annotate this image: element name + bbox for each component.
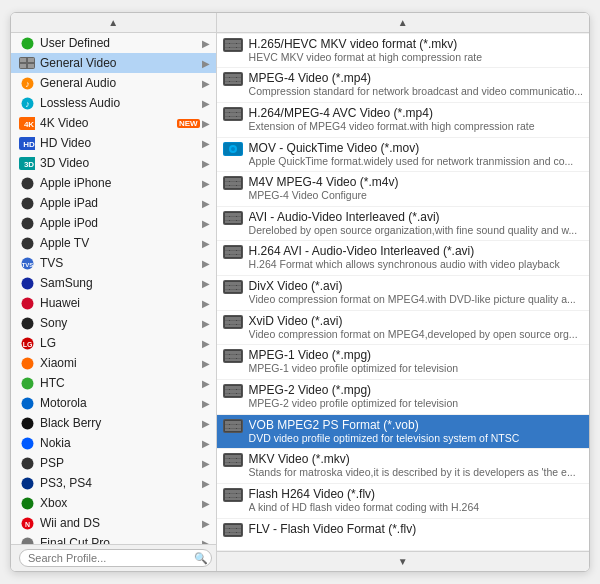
right-list[interactable]: H.265/HEVC MP4 video format (*.mp4)HEVC … xyxy=(217,33,589,551)
svg-point-33 xyxy=(21,477,33,489)
svg-rect-148 xyxy=(225,459,241,462)
right-item-title: FLV - Flash Video Format (*.flv) xyxy=(249,522,583,536)
right-item-text: MPEG-2 Video (*.mpg)MPEG-2 video profile… xyxy=(249,383,583,411)
arrow-icon: ▶ xyxy=(202,298,210,309)
right-item-h264-avc[interactable]: H.264/MPEG-4 AVC Video (*.mp4)Extension … xyxy=(217,103,589,138)
search-input[interactable] xyxy=(19,549,212,567)
left-scroll-up[interactable]: ▲ xyxy=(11,13,216,33)
arrow-icon: ▶ xyxy=(202,158,210,169)
left-item-hd-video[interactable]: HDHD Video▶ xyxy=(11,133,216,153)
chevron-up-right-icon: ▲ xyxy=(398,17,408,28)
right-item-mov-qt[interactable]: MOV - QuickTime Video (*.mov)Apple Quick… xyxy=(217,138,589,173)
svg-rect-85 xyxy=(225,186,241,188)
left-item-xbox[interactable]: Xbox▶ xyxy=(11,493,216,513)
left-item-apple-iphone[interactable]: Apple iPhone▶ xyxy=(11,173,216,193)
arrow-icon: ▶ xyxy=(202,438,210,449)
svg-text:3D: 3D xyxy=(24,160,34,169)
right-item-xvid-avi[interactable]: XviD Video (*.avi)Video compression form… xyxy=(217,311,589,346)
left-item-apple-ipad[interactable]: Apple iPad▶ xyxy=(11,193,216,213)
right-item-text: XviD Video (*.avi)Video compression form… xyxy=(249,314,583,342)
left-item-wii-ds[interactable]: NWii and DS▶ xyxy=(11,513,216,533)
item-icon-apple-ipad xyxy=(19,196,35,210)
left-item-htc[interactable]: HTC▶ xyxy=(11,373,216,393)
left-item-apple-ipod[interactable]: Apple iPod▶ xyxy=(11,213,216,233)
left-item-final-cut-pro[interactable]: Final Cut Pro▶ xyxy=(11,533,216,544)
left-item-3d-video[interactable]: 3D3D Video▶ xyxy=(11,153,216,173)
arrow-icon: ▶ xyxy=(202,478,210,489)
arrow-icon: ▶ xyxy=(202,138,210,149)
arrow-icon: ▶ xyxy=(202,218,210,229)
svg-rect-72 xyxy=(225,113,241,116)
right-item-h265-mkv[interactable]: H.265/HEVC MKV video format (*.mkv)HEVC … xyxy=(217,34,589,69)
right-item-mpeg4-mp4[interactable]: MPEG-4 Video (*.mp4)Compression standard… xyxy=(217,68,589,103)
svg-text:♪: ♪ xyxy=(25,99,30,109)
item-icon-lg: LG xyxy=(19,336,35,350)
left-item-general-audio[interactable]: ♪General Audio▶ xyxy=(11,73,216,93)
left-item-tvs[interactable]: TVSTVS▶ xyxy=(11,253,216,273)
item-icon-user-defined xyxy=(19,36,35,50)
item-icon-nokia xyxy=(19,436,35,450)
left-item-motorola[interactable]: Motorola▶ xyxy=(11,393,216,413)
profile-selector: ▲ User Defined▶General Video▶♪General Au… xyxy=(10,12,590,572)
svg-rect-2 xyxy=(20,58,26,62)
right-item-desc: HEVC MKV video format at high compressio… xyxy=(249,51,583,65)
search-icon: 🔍 xyxy=(194,552,208,565)
right-item-h264-avi[interactable]: H.264 AVI - Audio-Video Interleaved (*.a… xyxy=(217,241,589,276)
svg-rect-63 xyxy=(225,74,241,77)
svg-rect-91 xyxy=(225,213,241,216)
left-item-general-video[interactable]: General Video▶ xyxy=(11,53,216,73)
svg-point-18 xyxy=(21,217,33,229)
item-label-wii-ds: Wii and DS xyxy=(40,516,200,530)
right-item-desc: Video compression format on MPEG4.with D… xyxy=(249,293,583,307)
left-item-nokia[interactable]: Nokia▶ xyxy=(11,433,216,453)
item-label-xbox: Xbox xyxy=(40,496,200,510)
item-label-apple-iphone: Apple iPhone xyxy=(40,176,200,190)
left-item-psp[interactable]: PSP▶ xyxy=(11,453,216,473)
right-item-title: VOB MPEG2 PS Format (*.vob) xyxy=(249,418,583,432)
svg-rect-164 xyxy=(225,529,241,532)
left-item-blackberry[interactable]: Black Berry▶ xyxy=(11,413,216,433)
item-icon-xiaomi xyxy=(19,356,35,370)
right-item-desc: MPEG-1 video profile optimized for telev… xyxy=(249,362,583,376)
left-item-lossless-audio[interactable]: ♪Lossless Audio▶ xyxy=(11,93,216,113)
item-icon-tvs: TVS xyxy=(19,256,35,270)
left-item-samsung[interactable]: SamSung▶ xyxy=(11,273,216,293)
svg-rect-93 xyxy=(225,221,241,223)
right-item-vob-mpeg2[interactable]: VOB MPEG2 PS Format (*.vob)DVD video pro… xyxy=(217,415,589,450)
right-item-title: M4V MPEG-4 Video (*.m4v) xyxy=(249,175,583,189)
item-icon-apple-ipod xyxy=(19,216,35,230)
right-item-title: H.265/HEVC MKV video format (*.mkv) xyxy=(249,37,583,51)
right-item-mpeg1-mpg[interactable]: MPEG-1 Video (*.mpg)MPEG-1 video profile… xyxy=(217,345,589,380)
right-scroll-down[interactable]: ▼ xyxy=(217,551,589,571)
left-list[interactable]: User Defined▶General Video▶♪General Audi… xyxy=(11,33,216,544)
right-item-flv-flash[interactable]: FLV - Flash Video Format (*.flv) xyxy=(217,519,589,551)
right-item-icon xyxy=(223,38,243,58)
right-item-divx-avi[interactable]: DivX Video (*.avi)Video compression form… xyxy=(217,276,589,311)
left-item-xiaomi[interactable]: Xiaomi▶ xyxy=(11,353,216,373)
svg-text:4K: 4K xyxy=(24,120,34,129)
left-item-sony[interactable]: Sony▶ xyxy=(11,313,216,333)
item-icon-lossless-audio: ♪ xyxy=(19,96,35,110)
left-item-user-defined[interactable]: User Defined▶ xyxy=(11,33,216,53)
item-label-apple-ipad: Apple iPad xyxy=(40,196,200,210)
right-scroll-up[interactable]: ▲ xyxy=(217,13,589,33)
left-item-apple-tv[interactable]: Apple TV▶ xyxy=(11,233,216,253)
left-item-4k-video[interactable]: 4K4K VideoNEW▶ xyxy=(11,113,216,133)
right-item-title: DivX Video (*.avi) xyxy=(249,279,583,293)
left-item-lg[interactable]: LGLG▶ xyxy=(11,333,216,353)
right-item-mpeg2-mpg[interactable]: MPEG-2 Video (*.mpg)MPEG-2 video profile… xyxy=(217,380,589,415)
arrow-icon: ▶ xyxy=(202,458,210,469)
arrow-icon: ▶ xyxy=(202,118,210,129)
right-item-flash-h264[interactable]: Flash H264 Video (*.flv)A kind of HD fla… xyxy=(217,484,589,519)
left-item-ps3-ps4[interactable]: PS3, PS4▶ xyxy=(11,473,216,493)
left-item-huawei[interactable]: Huawei▶ xyxy=(11,293,216,313)
right-item-mkv-matroska[interactable]: MKV Video (*.mkv)Stands for matroska vid… xyxy=(217,449,589,484)
right-panel: ▲ H.265/HEVC MP4 video format (*.mp4)HEV… xyxy=(217,13,589,571)
right-item-text: MPEG-1 Video (*.mpg)MPEG-1 video profile… xyxy=(249,348,583,376)
right-item-desc: Compression standard for network broadca… xyxy=(249,85,583,99)
item-icon-3d-video: 3D xyxy=(19,156,35,170)
right-item-avi-interleaved[interactable]: AVI - Audio-Video Interleaved (*.avi)Der… xyxy=(217,207,589,242)
item-label-ps3-ps4: PS3, PS4 xyxy=(40,476,200,490)
right-item-icon xyxy=(223,211,243,231)
right-item-m4v-mpeg4[interactable]: M4V MPEG-4 Video (*.m4v)MPEG-4 Video Con… xyxy=(217,172,589,207)
